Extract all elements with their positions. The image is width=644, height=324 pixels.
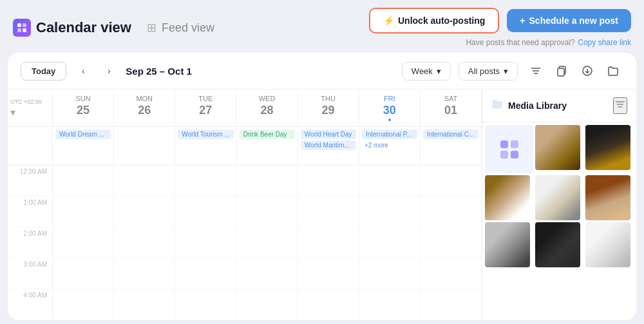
cell-sun-2am[interactable] bbox=[53, 227, 114, 258]
folder-icon-button[interactable] bbox=[603, 61, 623, 81]
week-chevron-icon: ▾ bbox=[437, 66, 441, 76]
schedule-new-post-button[interactable]: + Schedule a new post bbox=[507, 9, 631, 32]
all-posts-label: All posts bbox=[468, 66, 500, 76]
calendar-view-title: Calendar view bbox=[36, 19, 131, 36]
cell-fri-2am[interactable] bbox=[359, 227, 421, 258]
cell-wed-4am[interactable] bbox=[236, 289, 298, 319]
more-events-badge[interactable]: +2 more bbox=[362, 140, 417, 150]
calendar-main: UTC +02:00 ▾ Sun 25 Mon 26 Tue 27 Wed bbox=[8, 90, 482, 320]
cell-thu-2am[interactable] bbox=[298, 227, 359, 258]
event-world-dream[interactable]: World Dream ... bbox=[55, 129, 111, 139]
media-item-5[interactable] bbox=[535, 175, 580, 220]
copy-share-link[interactable]: Copy share link bbox=[578, 38, 631, 47]
calendar-events-row: World Dream ... World Tourism ... Drink … bbox=[8, 127, 482, 166]
svg-rect-1 bbox=[23, 23, 26, 27]
unlock-autoposting-button[interactable]: ⚡ Unlock auto-posting bbox=[369, 8, 499, 33]
day-header-wed: Wed 28 bbox=[236, 90, 298, 127]
cell-mon-2am[interactable] bbox=[114, 227, 175, 258]
cell-thu-midnight[interactable] bbox=[298, 166, 359, 196]
media-filter-button[interactable] bbox=[613, 97, 627, 114]
main-container: Today ‹ › Sep 25 – Oct 1 Week ▾ All post… bbox=[8, 53, 636, 320]
cell-fri-midnight[interactable] bbox=[359, 166, 421, 196]
cell-sun-midnight[interactable] bbox=[53, 166, 114, 196]
cell-tue-midnight[interactable] bbox=[175, 166, 236, 196]
header-right: ⚡ Unlock auto-posting + Schedule a new p… bbox=[369, 8, 631, 48]
cell-wed-3am[interactable] bbox=[236, 258, 298, 289]
approval-text: Have posts that need approval? bbox=[466, 38, 574, 47]
today-button[interactable]: Today bbox=[21, 62, 66, 81]
next-arrow-button[interactable]: › bbox=[100, 62, 118, 80]
cell-mon-3am[interactable] bbox=[114, 258, 175, 289]
download-icon-button[interactable] bbox=[577, 61, 598, 81]
media-item-8[interactable] bbox=[535, 222, 580, 267]
prev-arrow-button[interactable]: ‹ bbox=[74, 62, 92, 80]
media-item-4[interactable] bbox=[485, 175, 530, 220]
unlock-btn-label: Unlock auto-posting bbox=[398, 15, 485, 26]
toolbar-icons bbox=[526, 61, 623, 81]
cell-thu-4am[interactable] bbox=[298, 289, 359, 319]
posts-chevron-icon: ▾ bbox=[504, 66, 508, 76]
day-number-wed: 28 bbox=[239, 104, 294, 117]
svg-rect-16 bbox=[511, 151, 518, 158]
day-number-sun: 25 bbox=[55, 104, 111, 117]
svg-rect-3 bbox=[23, 28, 26, 32]
plus-icon: + bbox=[520, 15, 525, 26]
time-row-1am: 1:00 AM bbox=[8, 196, 482, 227]
cell-wed-2am[interactable] bbox=[236, 227, 298, 258]
cell-sat-3am[interactable] bbox=[421, 258, 482, 289]
cell-fri-1am[interactable] bbox=[359, 196, 421, 227]
svg-rect-15 bbox=[500, 151, 508, 158]
timezone-chevron[interactable]: ▾ bbox=[10, 107, 15, 118]
cell-sun-1am[interactable] bbox=[53, 196, 114, 227]
event-drink-beer[interactable]: Drink Beer Day bbox=[240, 129, 295, 139]
event-international-p[interactable]: International P... bbox=[362, 129, 417, 139]
feed-view-button[interactable]: ⊞ Feed view bbox=[147, 21, 214, 35]
day-events-thu: World Heart Day World Maritim... bbox=[298, 127, 359, 165]
cell-mon-1am[interactable] bbox=[114, 196, 175, 227]
day-header-sat: Sat 01 bbox=[421, 90, 482, 127]
event-world-heart[interactable]: World Heart Day bbox=[301, 129, 356, 139]
day-name-sun: Sun bbox=[55, 95, 111, 102]
calendar-body: 12:00 AM 1:00 AM bbox=[8, 166, 482, 320]
media-item-2[interactable] bbox=[535, 125, 580, 170]
week-selector[interactable]: Week ▾ bbox=[402, 62, 451, 81]
cell-tue-2am[interactable] bbox=[175, 227, 236, 258]
event-international-c[interactable]: International C... bbox=[423, 129, 478, 139]
day-events-sun: World Dream ... bbox=[53, 127, 114, 165]
cell-sat-1am[interactable] bbox=[421, 196, 482, 227]
filter-icon-button[interactable] bbox=[526, 61, 546, 81]
cell-fri-4am[interactable] bbox=[359, 289, 421, 319]
time-col-events bbox=[8, 127, 53, 165]
day-name-tue: Tue bbox=[178, 95, 233, 102]
media-item-7[interactable] bbox=[485, 222, 530, 267]
cell-mon-4am[interactable] bbox=[114, 289, 175, 319]
media-item-1[interactable] bbox=[485, 125, 533, 173]
cell-thu-3am[interactable] bbox=[298, 258, 359, 289]
day-name-wed: Wed bbox=[239, 95, 294, 102]
media-item-9[interactable] bbox=[585, 222, 630, 267]
media-item-6[interactable] bbox=[585, 175, 630, 220]
copy-icon-button[interactable] bbox=[551, 61, 572, 81]
media-item-3[interactable] bbox=[585, 125, 630, 170]
all-posts-selector[interactable]: All posts ▾ bbox=[459, 62, 518, 81]
event-world-tourism[interactable]: World Tourism ... bbox=[178, 129, 234, 139]
day-number-tue: 27 bbox=[178, 104, 233, 117]
cell-wed-1am[interactable] bbox=[236, 196, 298, 227]
cell-thu-1am[interactable] bbox=[298, 196, 359, 227]
day-header-fri: Fri 30 bbox=[359, 90, 421, 127]
top-header: Calendar view ⊞ Feed view ⚡ Unlock auto-… bbox=[0, 0, 644, 53]
day-header-thu: Thu 29 bbox=[298, 90, 359, 127]
event-world-maritime[interactable]: World Maritim... bbox=[301, 140, 356, 150]
cell-wed-midnight[interactable] bbox=[236, 166, 298, 196]
cell-tue-1am[interactable] bbox=[175, 196, 236, 227]
cell-sat-2am[interactable] bbox=[421, 227, 482, 258]
cell-tue-4am[interactable] bbox=[175, 289, 236, 319]
cell-tue-3am[interactable] bbox=[175, 258, 236, 289]
brand-logo: Calendar view bbox=[13, 19, 131, 37]
cell-sat-4am[interactable] bbox=[421, 289, 482, 319]
cell-fri-3am[interactable] bbox=[359, 258, 421, 289]
cell-mon-midnight[interactable] bbox=[114, 166, 175, 196]
cell-sat-midnight[interactable] bbox=[421, 166, 482, 196]
cell-sun-4am[interactable] bbox=[53, 289, 114, 319]
cell-sun-3am[interactable] bbox=[53, 258, 114, 289]
